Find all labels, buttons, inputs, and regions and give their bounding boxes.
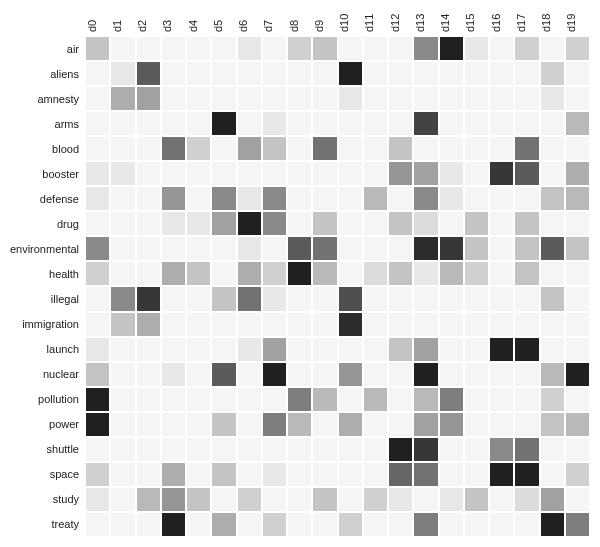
column-header: d1 bbox=[110, 0, 135, 36]
heatmap-cell bbox=[211, 86, 236, 111]
heatmap-cell bbox=[211, 61, 236, 86]
heatmap-row: treaty bbox=[85, 512, 590, 537]
heatmap-cell bbox=[338, 286, 363, 311]
column-header-label: d14 bbox=[439, 14, 451, 32]
heatmap-cell bbox=[540, 487, 565, 512]
heatmap-cell bbox=[186, 61, 211, 86]
heatmap-cell bbox=[110, 136, 135, 161]
heatmap-cell bbox=[489, 462, 514, 487]
heatmap-cell bbox=[540, 186, 565, 211]
heatmap-cell bbox=[439, 86, 464, 111]
column-header: d9 bbox=[312, 0, 337, 36]
heatmap-cell bbox=[237, 362, 262, 387]
heatmap-cell bbox=[363, 487, 388, 512]
column-header: d18 bbox=[540, 0, 565, 36]
heatmap-cell bbox=[262, 412, 287, 437]
heatmap-cell bbox=[464, 111, 489, 136]
heatmap-cell bbox=[161, 286, 186, 311]
heatmap-cell bbox=[338, 512, 363, 537]
heatmap-cell bbox=[186, 286, 211, 311]
row-label: launch bbox=[47, 343, 85, 355]
heatmap-cell bbox=[211, 437, 236, 462]
heatmap-cell bbox=[312, 312, 337, 337]
heatmap-cell bbox=[211, 111, 236, 136]
heatmap-cell bbox=[211, 136, 236, 161]
heatmap-cell bbox=[312, 36, 337, 61]
heatmap-cell bbox=[338, 186, 363, 211]
heatmap-cell bbox=[388, 161, 413, 186]
heatmap-cell bbox=[186, 261, 211, 286]
heatmap-cell bbox=[540, 136, 565, 161]
row-label: pollution bbox=[38, 393, 85, 405]
heatmap-cell bbox=[237, 462, 262, 487]
heatmap-cell bbox=[565, 312, 590, 337]
heatmap-cell bbox=[338, 86, 363, 111]
heatmap-cell bbox=[565, 286, 590, 311]
heatmap-cell bbox=[110, 412, 135, 437]
heatmap-cell bbox=[136, 437, 161, 462]
heatmap-cell bbox=[464, 261, 489, 286]
heatmap-cell bbox=[262, 186, 287, 211]
heatmap-cell bbox=[565, 337, 590, 362]
heatmap-cell bbox=[514, 437, 539, 462]
column-header: d8 bbox=[287, 0, 312, 36]
heatmap-cell bbox=[262, 437, 287, 462]
heatmap-cell bbox=[287, 111, 312, 136]
heatmap-cell bbox=[388, 487, 413, 512]
heatmap-cell bbox=[85, 362, 110, 387]
column-header: d7 bbox=[262, 0, 287, 36]
heatmap-cell bbox=[211, 362, 236, 387]
heatmap-cell bbox=[237, 61, 262, 86]
heatmap-cell bbox=[540, 362, 565, 387]
heatmap-cell bbox=[312, 86, 337, 111]
heatmap-cell bbox=[413, 412, 438, 437]
heatmap-cell bbox=[464, 487, 489, 512]
heatmap-cell bbox=[439, 437, 464, 462]
heatmap-row: environmental bbox=[85, 236, 590, 261]
heatmap-cell bbox=[363, 236, 388, 261]
heatmap-cell bbox=[237, 437, 262, 462]
heatmap-cell bbox=[514, 161, 539, 186]
heatmap-cell bbox=[413, 161, 438, 186]
heatmap-cell bbox=[312, 261, 337, 286]
heatmap-cell bbox=[287, 362, 312, 387]
heatmap-cell bbox=[110, 161, 135, 186]
heatmap-cell bbox=[565, 437, 590, 462]
heatmap-cell bbox=[413, 236, 438, 261]
heatmap-cell bbox=[262, 487, 287, 512]
heatmap-cell bbox=[110, 337, 135, 362]
heatmap-row: booster bbox=[85, 161, 590, 186]
heatmap-cell bbox=[161, 186, 186, 211]
heatmap-cell bbox=[363, 211, 388, 236]
heatmap-cell bbox=[464, 286, 489, 311]
heatmap-cell bbox=[489, 236, 514, 261]
heatmap-cell bbox=[85, 186, 110, 211]
heatmap-cell bbox=[312, 462, 337, 487]
heatmap-cell bbox=[110, 487, 135, 512]
heatmap-cell bbox=[413, 111, 438, 136]
heatmap-cell bbox=[287, 437, 312, 462]
heatmap-cell bbox=[489, 286, 514, 311]
heatmap-row: blood bbox=[85, 136, 590, 161]
heatmap-cell bbox=[540, 236, 565, 261]
heatmap-cell bbox=[136, 487, 161, 512]
heatmap-cell bbox=[186, 437, 211, 462]
heatmap-cell bbox=[388, 211, 413, 236]
heatmap-cell bbox=[540, 211, 565, 236]
heatmap-cell bbox=[85, 286, 110, 311]
heatmap-cell bbox=[363, 312, 388, 337]
heatmap-cell bbox=[489, 161, 514, 186]
column-header-label: d18 bbox=[540, 14, 552, 32]
heatmap-cell bbox=[439, 462, 464, 487]
heatmap-cell bbox=[439, 387, 464, 412]
heatmap-cell bbox=[439, 111, 464, 136]
heatmap-cell bbox=[161, 512, 186, 537]
heatmap-cell bbox=[161, 261, 186, 286]
heatmap-cell bbox=[186, 362, 211, 387]
heatmap-cell bbox=[161, 161, 186, 186]
heatmap-cell bbox=[388, 186, 413, 211]
heatmap-cell bbox=[136, 111, 161, 136]
heatmap-cell bbox=[110, 211, 135, 236]
heatmap-cell bbox=[237, 36, 262, 61]
heatmap-cell bbox=[85, 312, 110, 337]
